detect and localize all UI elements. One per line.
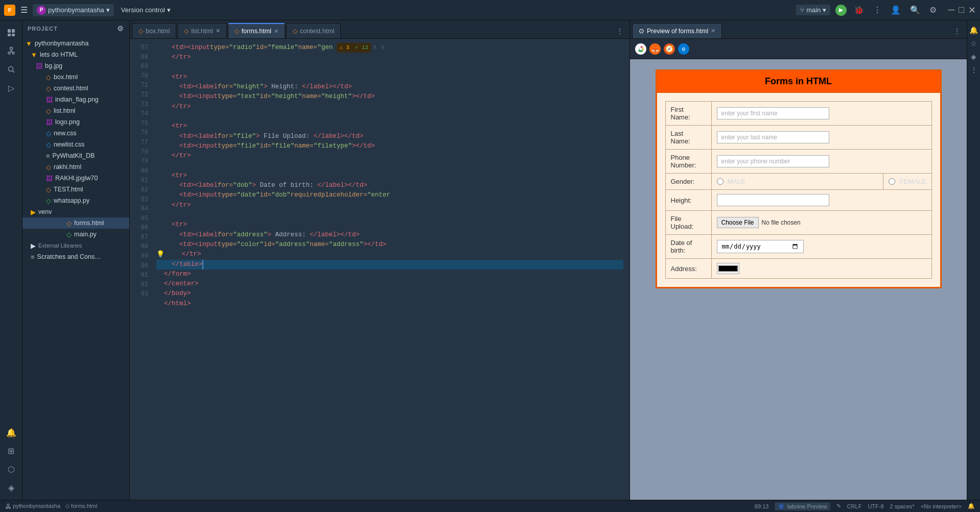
notifications-right-icon[interactable]: 🔔 [968, 25, 979, 36]
project-name-dropdown[interactable]: P pythonbymantasha ▾ [33, 4, 114, 16]
tab-file-icon: ◇ [184, 28, 189, 35]
sidebar-item-label: box.html [54, 74, 78, 81]
phone-input[interactable] [717, 155, 829, 167]
sidebar-item-bg-jpg[interactable]: 🖼 bg.jpg [22, 60, 129, 71]
maximize-button[interactable]: □ [959, 5, 964, 16]
sidebar-item-rakhi-html[interactable]: ◇ rakhi.html [22, 161, 129, 173]
run-button[interactable]: ▶ [835, 5, 847, 16]
preview-tab-forms[interactable]: ⊙ Preview of forms.html ✕ [632, 23, 722, 38]
window-controls: ─ □ ✕ [948, 5, 976, 16]
search-icon[interactable]: 🔍 [908, 4, 922, 16]
sidebar-item-root[interactable]: ▼ pythonbymantasha [22, 38, 129, 49]
tab-box-html[interactable]: ◇ box.html [132, 23, 176, 38]
svg-text:T: T [780, 504, 783, 509]
sidebar-item-whatsapp-py[interactable]: ◇ whatsapp.py [22, 195, 129, 206]
tab-forms-html[interactable]: ◇ forms.html ✕ [228, 23, 285, 38]
sidebar-item-forms-html[interactable]: ◇ forms.html [22, 217, 129, 229]
bookmarks-right-icon[interactable]: ☆ [968, 38, 979, 49]
preview-tab-more-button[interactable]: ⋮ [949, 24, 965, 38]
terminal-icon[interactable]: ⊞ [3, 443, 19, 459]
notifications-icon[interactable]: 🔔 [3, 424, 19, 441]
sidebar-item-external-libraries[interactable]: ▶ External Libraries [22, 240, 129, 251]
settings-icon[interactable]: ⚙ [927, 4, 939, 16]
ai-icon[interactable]: ◈ [3, 479, 19, 496]
status-git[interactable]: pythonbymantasha [5, 503, 60, 509]
radio-female[interactable] [889, 178, 895, 185]
search-files-icon[interactable] [3, 61, 19, 78]
sidebar-item-newlist-css[interactable]: ◇ newlist.css [22, 139, 129, 150]
sidebar-item-box-html[interactable]: ◇ box.html [22, 71, 129, 83]
choose-file-button[interactable]: Choose File [717, 217, 759, 228]
safari-icon[interactable]: 🧭 [664, 43, 675, 55]
code-line-70: <tr> [156, 72, 623, 82]
chrome-icon[interactable] [635, 43, 646, 55]
file-icon: 🖼 [46, 118, 53, 126]
tab-close-icon[interactable]: ✕ [216, 28, 220, 34]
code-line-93: </html> [156, 299, 623, 309]
form-row-height: Height: [665, 190, 931, 211]
status-edit-icon[interactable]: ✎ [836, 503, 841, 509]
minimize-button[interactable]: ─ [948, 5, 954, 16]
code-editor[interactable]: <td><input type="radio" id="female" name… [150, 39, 629, 500]
svg-rect-2 [8, 29, 11, 33]
status-encoding[interactable]: CRLF [847, 503, 862, 509]
color-input[interactable] [717, 263, 739, 274]
form-input-cell-female: FEMALE [883, 174, 931, 190]
edge-icon[interactable]: e [678, 43, 689, 55]
sidebar-files-icon[interactable] [3, 25, 19, 41]
status-indent[interactable]: 2 spaces* [890, 503, 915, 509]
sidebar-item-venv[interactable]: ▶ venv [22, 206, 129, 217]
sidebar-item-scratches[interactable]: ≡ Scratches and Cons… [22, 251, 129, 262]
preview-tab-close-icon[interactable]: ✕ [711, 28, 715, 34]
more-options-icon[interactable]: ⋮ [871, 4, 883, 16]
status-file-indicator[interactable]: ◇ forms.html [65, 503, 97, 509]
sidebar-item-contest-html[interactable]: ◇ contest.html [22, 83, 129, 94]
status-charset[interactable]: UTF-8 [868, 503, 883, 509]
sidebar-item-pywhatkit-db[interactable]: ≡ PyWhatKit_DB [22, 150, 129, 161]
tab-more-button[interactable]: ⋮ [612, 24, 627, 38]
tab-list-html[interactable]: ◇ list.html ✕ [177, 23, 226, 38]
sidebar-item-main-py[interactable]: ◇ main.py [22, 229, 129, 240]
hamburger-menu[interactable]: ☰ [18, 3, 30, 17]
app-logo: P [4, 5, 15, 16]
sidebar-item-indian-flag[interactable]: 🖼 indian_flag.png [22, 94, 129, 105]
form-input-cell-last-name [711, 126, 931, 150]
build-icon[interactable]: 🐞 [852, 4, 866, 16]
sidebar-item-logo-png[interactable]: 🖼 logo.png [22, 116, 129, 128]
tabnine-logo[interactable]: T tabnine Preview [775, 502, 830, 510]
sidebar-item-list-html[interactable]: ◇ list.html [22, 105, 129, 116]
file-icon: ◇ [46, 186, 51, 193]
status-notifications-icon[interactable]: 🔔 [968, 503, 975, 509]
plugins-icon[interactable]: ⬡ [3, 461, 19, 477]
sidebar-item-label: forms.html [74, 220, 104, 227]
editor-tab-bar: ◇ box.html ◇ list.html ✕ ◇ forms.html ✕ … [130, 20, 629, 39]
form-input-cell-address [711, 259, 931, 279]
ai-right-icon[interactable]: ◈ [968, 51, 979, 62]
sidebar-item-new-css[interactable]: ◇ new.css [22, 128, 129, 139]
version-control-dropdown[interactable]: Version control ▾ [117, 5, 175, 15]
last-name-input[interactable] [717, 131, 829, 143]
sidebar-item-test-html[interactable]: ◇ TEST.html [22, 184, 129, 195]
sidebar-item-label: indian_flag.png [55, 96, 99, 103]
run-configs-icon[interactable]: ▷ [3, 80, 19, 96]
tab-contest-html[interactable]: ◇ contest.html [286, 23, 341, 38]
sidebar-item-lets-do-html[interactable]: ▼ lets do HTML [22, 49, 129, 60]
sidebar-item-label: pythonbymantasha [35, 40, 89, 47]
account-icon[interactable]: 👤 [889, 4, 903, 16]
status-bar: pythonbymantasha ◇ forms.html 89:13 T ta… [0, 500, 980, 512]
first-name-input[interactable] [717, 107, 829, 119]
branch-indicator[interactable]: ⑂ main ▾ [796, 5, 830, 15]
close-button[interactable]: ✕ [968, 5, 976, 16]
tab-close-icon[interactable]: ✕ [274, 28, 278, 35]
height-input[interactable] [717, 194, 829, 206]
status-interpreter[interactable]: <No interpreter> [921, 503, 962, 509]
sidebar-settings-icon[interactable]: ⚙ [117, 25, 124, 33]
sidebar-item-rakhi-jpg[interactable]: 🖼 RAKHl.jpglw70 [22, 173, 129, 184]
status-cursor[interactable]: 89:13 [755, 503, 769, 509]
firefox-icon[interactable]: 🦊 [649, 43, 661, 55]
radio-male[interactable] [717, 178, 724, 185]
git-icon[interactable] [3, 43, 19, 59]
more-right-icon[interactable]: ⋮ [968, 64, 979, 76]
dob-input[interactable] [717, 240, 804, 253]
preview-tab-label: Preview of forms.html [647, 28, 708, 35]
